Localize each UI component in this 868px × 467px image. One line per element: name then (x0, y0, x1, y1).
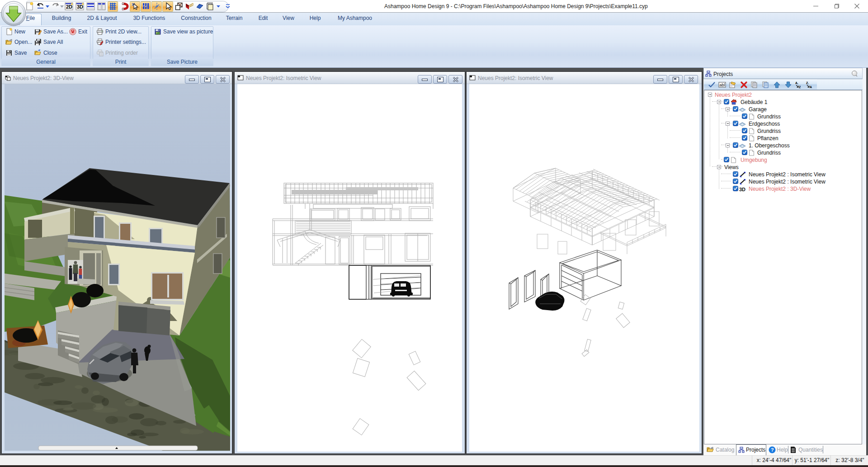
svg-text:3D: 3D (739, 187, 745, 192)
svg-text:2D: 2D (66, 4, 72, 9)
svg-text:Z: Z (799, 85, 801, 89)
svg-text:Z.: Z. (806, 81, 809, 85)
svg-text:3D: 3D (77, 4, 83, 9)
svg-text:A: A (810, 85, 812, 89)
svg-text:abl: abl (720, 83, 725, 87)
svg-text:A.: A. (795, 81, 798, 85)
svg-text:?: ? (771, 447, 774, 453)
